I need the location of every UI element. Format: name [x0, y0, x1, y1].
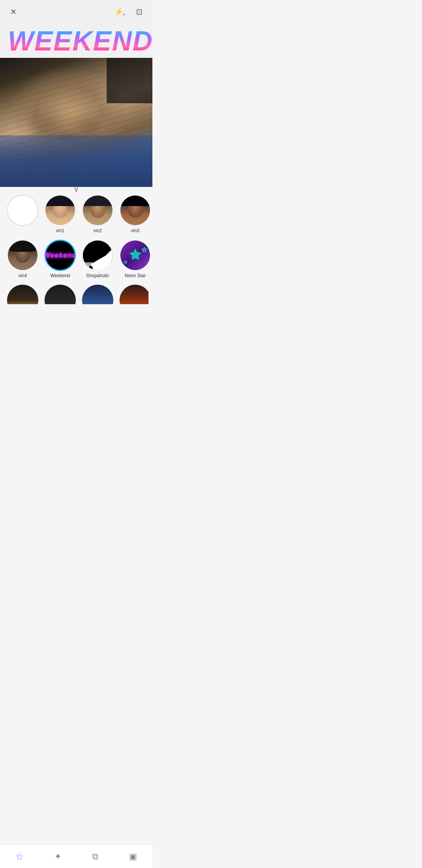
filter-row-2: vin4 Weekend Weekend — [4, 240, 148, 278]
filter-thumb-weekend: Weekend — [45, 240, 76, 271]
chevron-down-icon[interactable]: ∨ — [73, 184, 79, 194]
flash-icon: ⚡A — [114, 7, 123, 16]
filter-label-shopaholic: Shopaholic — [86, 273, 109, 278]
partial-thumb-1 — [7, 285, 38, 304]
filter-thumb-neonstar: ★ ★ ★ — [120, 240, 151, 271]
shopaholic-bg — [83, 240, 113, 270]
filter-row-1: vin1 vin2 vin3 — [4, 195, 148, 233]
filter-row-partial — [4, 285, 148, 304]
top-bar: ✕ ⚡A ⊡ — [0, 0, 152, 23]
filter-item-none[interactable] — [5, 195, 40, 228]
neon-star-tiny-icon: ★ — [124, 260, 127, 264]
filter-section: vin1 vin2 vin3 — [0, 187, 152, 308]
filter-item-vin2[interactable]: vin2 — [80, 195, 115, 233]
filter-thumb-vin1 — [45, 195, 76, 226]
filter-label-neonstar: Neon Star — [125, 273, 146, 278]
partial-thumb-4 — [120, 285, 148, 304]
filter-item-shopaholic[interactable]: Shopaholic — [80, 240, 115, 278]
partial-thumb-2 — [45, 285, 76, 304]
filter-item-partial-3[interactable] — [80, 285, 115, 304]
barcode-lines — [85, 262, 93, 267]
close-button[interactable]: ✕ — [6, 5, 20, 19]
filter-item-partial-2[interactable] — [43, 285, 77, 304]
filter-thumb-shopaholic — [82, 240, 113, 271]
filter-thumb-vin4 — [7, 240, 38, 271]
neon-star-small-icon: ★ — [141, 246, 147, 253]
weekend-thumb-text: Weekend — [45, 251, 76, 260]
filter-item-neonstar[interactable]: ★ ★ ★ Neon Star — [118, 240, 152, 278]
filter-label-vin3: vin3 — [131, 228, 139, 233]
filter-item-vin1[interactable]: vin1 — [43, 195, 77, 233]
filter-item-vin4[interactable]: vin4 — [5, 240, 40, 278]
filter-thumb-vin3 — [120, 195, 151, 226]
close-icon: ✕ — [10, 7, 17, 16]
filter-item-weekend[interactable]: Weekend Weekend — [43, 240, 77, 278]
weekend-title-wrapper: WEEKEND — [8, 27, 152, 55]
filter-thumb-vin2 — [82, 195, 113, 226]
filter-label-weekend: Weekend — [50, 273, 70, 278]
image-container: ∨ — [0, 58, 152, 187]
weekend-title: WEEKEND — [8, 27, 152, 55]
filter-thumb-none — [7, 195, 38, 226]
weekend-thumb-bg: Weekend — [46, 241, 75, 270]
filter-label-vin1: vin1 — [56, 228, 64, 233]
filter-item-partial-4[interactable] — [118, 285, 148, 304]
save-icon: ⊡ — [136, 7, 143, 16]
neon-star-large-icon: ★ — [130, 247, 141, 262]
title-area: WEEKEND — [0, 23, 152, 58]
filter-item-partial-1[interactable] — [5, 285, 40, 304]
partial-thumb-3 — [82, 285, 113, 304]
neonstar-bg: ★ ★ ★ — [120, 240, 150, 270]
filter-label-vin2: vin2 — [93, 228, 102, 233]
flash-button[interactable]: ⚡A — [112, 5, 126, 19]
main-image[interactable] — [0, 58, 152, 187]
filter-item-vin3[interactable]: vin3 — [118, 195, 152, 233]
save-button[interactable]: ⊡ — [132, 5, 146, 19]
filter-label-vin4: vin4 — [18, 273, 27, 278]
